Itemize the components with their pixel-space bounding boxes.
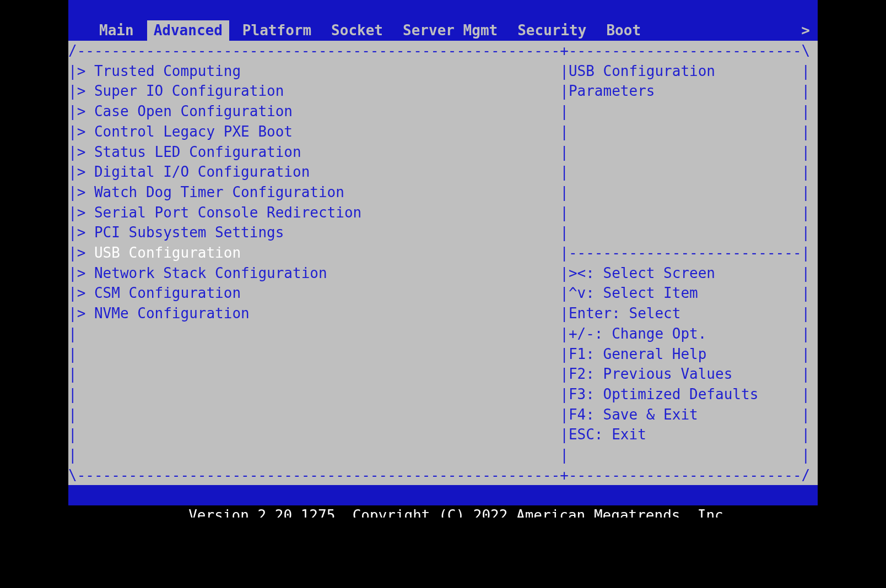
tab-server-mgmt[interactable]: Server Mgmt (396, 20, 504, 41)
frame-right: | (802, 447, 811, 463)
body-row: |> Trusted Computing |USB Configuration … (68, 61, 818, 81)
frame-right: | (802, 366, 811, 382)
body-row: | |F2: Previous Values | (68, 364, 818, 384)
body-row: |> Super IO Configuration |Parameters | (68, 81, 818, 101)
body-row: | |F4: Save & Exit | (68, 405, 818, 425)
frame-left: | (68, 63, 77, 79)
frame-mid: | (560, 447, 569, 463)
frame-right: | (802, 305, 811, 322)
frame-right: | (802, 204, 811, 221)
frame-mid: | (560, 63, 569, 79)
tab-scroll-indicator-icon[interactable]: > (801, 20, 810, 41)
body-row: |> Serial Port Console Redirection | | (68, 203, 818, 223)
frame-left: | (68, 184, 77, 200)
frame-right: | (802, 83, 811, 99)
help-key-hint: ><: Select Screen (569, 265, 802, 281)
frame-mid: | (560, 244, 569, 261)
frame-mid: | (560, 123, 569, 140)
help-divider: --------------------------- (569, 244, 802, 261)
frame-right: | (802, 244, 811, 261)
frame-mid: | (560, 285, 569, 301)
body-row: | |F3: Optimized Defaults | (68, 384, 818, 405)
body-row: | |+/-: Change Opt. | (68, 324, 818, 344)
frame-left: | (68, 83, 77, 99)
menu-item[interactable]: > Control Legacy PXE Boot (77, 123, 560, 140)
frame-right: | (802, 346, 811, 362)
frame-mid: | (560, 103, 569, 119)
help-key-hint: ESC: Exit (569, 426, 802, 443)
frame-left: | (68, 224, 77, 241)
menu-item[interactable]: > Watch Dog Timer Configuration (77, 184, 560, 200)
body-row: |> CSM Configuration |^v: Select Item | (68, 283, 818, 303)
help-key-hint: Enter: Select (569, 305, 802, 322)
frame-mid: | (560, 184, 569, 200)
menu-item[interactable]: > Super IO Configuration (77, 83, 560, 99)
body-row: |> USB Configuration |------------------… (68, 243, 818, 263)
help-description: USB Configuration (569, 63, 802, 79)
frame-left: | (68, 144, 77, 160)
body-row: | |F1: General Help | (68, 344, 818, 364)
body-row: |> Control Legacy PXE Boot | | (68, 122, 818, 142)
menu-item[interactable]: > Digital I/O Configuration (77, 164, 560, 180)
menu-item[interactable]: > USB Configuration (77, 244, 560, 261)
menu-item[interactable]: > CSM Configuration (77, 285, 560, 301)
frame-right: | (802, 224, 811, 241)
frame-mid: | (560, 204, 569, 221)
tab-advanced[interactable]: Advanced (147, 20, 229, 41)
frame-mid: | (560, 305, 569, 322)
body-row: |> NVMe Configuration |Enter: Select | (68, 303, 818, 324)
tab-boot[interactable]: Boot (599, 20, 647, 41)
frame-left: | (68, 325, 77, 342)
frame-left: | (68, 386, 77, 402)
frame-right: | (802, 164, 811, 180)
frame-right: | (802, 386, 811, 402)
tab-socket[interactable]: Socket (325, 20, 390, 41)
frame-right: | (802, 285, 811, 301)
frame-right: | (802, 325, 811, 342)
frame-left: | (68, 103, 77, 119)
frame-right: | (802, 144, 811, 160)
body-row: |> Network Stack Configuration |><: Sele… (68, 263, 818, 284)
menu-item[interactable]: > Case Open Configuration (77, 103, 560, 119)
body-row: | | | (68, 445, 818, 465)
help-key-hint: F4: Save & Exit (569, 406, 802, 423)
setup-body[interactable]: /---------------------------------------… (68, 41, 818, 485)
frame-mid: | (560, 366, 569, 382)
frame-mid: | (560, 346, 569, 362)
frame-left: | (68, 366, 77, 382)
frame-mid: | (560, 265, 569, 281)
body-row: | |ESC: Exit | (68, 424, 818, 445)
help-key-hint: F1: General Help (569, 346, 802, 362)
help-key-hint: F2: Previous Values (569, 366, 802, 382)
help-key-hint: +/-: Change Opt. (569, 325, 802, 342)
menu-item[interactable]: > Trusted Computing (77, 63, 560, 79)
footer-text: Version 2.20.1275. Copyright (C) 2022 Am… (188, 507, 732, 518)
frame-mid: | (560, 83, 569, 99)
frame-mid: | (560, 325, 569, 342)
frame-right: | (802, 103, 811, 119)
menu-item[interactable]: > PCI Subsystem Settings (77, 224, 560, 241)
frame-bottom: \---------------------------------------… (68, 465, 818, 486)
frame-mid: | (560, 164, 569, 180)
frame-mid: | (560, 406, 569, 423)
frame-mid: | (560, 224, 569, 241)
menu-item-selected[interactable]: USB Configuration (94, 244, 560, 261)
body-row: |> Watch Dog Timer Configuration | | (68, 182, 818, 203)
menu-item[interactable]: > Serial Port Console Redirection (77, 204, 560, 221)
bios-screen: Aptio Setup Utility - Copyright (C) 2022… (68, 0, 818, 505)
tab-platform[interactable]: Platform (236, 20, 318, 41)
tab-security[interactable]: Security (511, 20, 593, 41)
body-row: |> Digital I/O Configuration | | (68, 162, 818, 182)
menu-item[interactable]: > Status LED Configuration (77, 144, 560, 160)
body-row: |> Status LED Configuration | | (68, 142, 818, 162)
body-row: |> Case Open Configuration | | (68, 101, 818, 122)
frame-left: | (68, 123, 77, 140)
frame-top: /---------------------------------------… (68, 41, 818, 61)
tab-main[interactable]: Main (93, 20, 141, 41)
menu-bar: Main Advanced Platform Socket Server Mgm… (68, 20, 818, 41)
frame-right: | (802, 123, 811, 140)
frame-mid: | (560, 144, 569, 160)
menu-item[interactable]: > NVMe Configuration (77, 305, 560, 322)
frame-left: | (68, 447, 77, 463)
menu-item[interactable]: > Network Stack Configuration (77, 265, 560, 281)
